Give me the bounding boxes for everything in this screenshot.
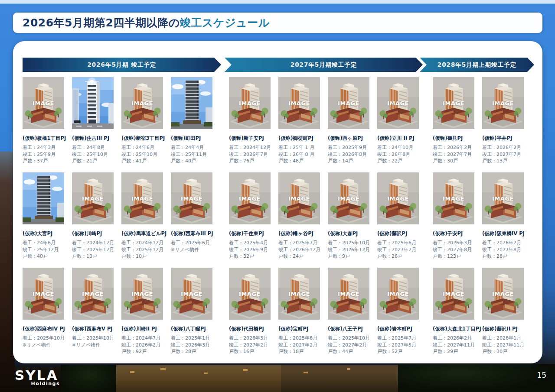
image-placeholder-label: IMAGE [377, 291, 419, 297]
project-name: (仮称)岩本町PJ [377, 326, 419, 332]
background-trees-right [398, 364, 555, 392]
image-placeholder-label: IMAGE [72, 195, 114, 202]
project-detail-line: 竣工：2026年12月 [328, 246, 369, 253]
project-detail-line: 戸数：10戸 [121, 253, 163, 260]
project-image: IMAGE [72, 172, 114, 224]
project-detail-line: 戸数：10戸 [72, 253, 114, 260]
project-image: IMAGE [278, 268, 320, 320]
project-detail-line: 戸数：13戸 [482, 158, 524, 165]
banner-fy2027: 2027年5月期竣工予定 [225, 58, 423, 72]
project-card: IMAGE (仮称)平井PJ 着工：2026年2月竣工：2027年7月戸数：13… [482, 77, 524, 172]
project-detail-line: 着工：25年 1 月 [278, 144, 320, 151]
project-detail-line: 戸数：18戸 [278, 348, 320, 355]
project-card: IMAGE (仮称)大森北1丁目PJ 着工：2026年2月竣工：2027年11月… [433, 268, 474, 363]
project-card: IMAGE (仮称)馬車道ビルPJ 着工：2024年12月竣工：2025年12月… [121, 172, 163, 268]
image-placeholder-label: IMAGE [121, 291, 163, 297]
project-details: 着工：2026年2月竣工：2027年7月戸数：30戸 [433, 144, 474, 165]
window-glow [160, 368, 166, 370]
project-card: IMAGE (仮称)立川 II PJ 着工：24年10月竣工：26年8月戸数：2… [377, 77, 419, 172]
image-placeholder-label: IMAGE [229, 195, 271, 202]
project-detail-line: 着工：24年10月 [377, 144, 419, 151]
project-details: 着工：2026年3月竣工：2027年8月戸数：123戸 [433, 240, 474, 260]
project-name: (仮称)宝町PJ [278, 326, 320, 332]
project-card: IMAGE (仮称)御徒町PJ 着工：25年 1 月竣工：26年 8 月戸数：4… [278, 77, 320, 172]
project-detail-line: 着工：2026年2月 [433, 335, 474, 342]
image-placeholder-label: IMAGE [377, 195, 419, 202]
project-detail-line: 戸数：32戸 [229, 253, 271, 260]
project-grid-fy2028: IMAGE (仮称)鶴見PJ 着工：2026年2月竣工：2027年7月戸数：30… [433, 77, 534, 363]
project-details: 着工：24年8月竣工：25年10月戸数：21戸 [72, 144, 114, 165]
project-details: 着工：2025年4月竣工：2026年9月戸数：32戸 [229, 240, 271, 260]
project-detail-line: 竣工：25年10月 [121, 151, 163, 158]
project-detail-line: 竣工：2027年7月 [482, 151, 524, 158]
project-detail-line: 竣工：2026年8月 [328, 151, 369, 158]
project-detail-line: 竣工：2027年7月 [433, 151, 474, 158]
project-image: IMAGE [229, 77, 271, 129]
image-placeholder-label: IMAGE [171, 291, 212, 297]
schedule-panel: 2026年5月期 竣工予定 IMAGE [13, 41, 542, 363]
project-card: IMAGE (仮称)八丁畷PJ 着工：2025年1月竣工：2026年3月戸数：2… [171, 268, 212, 363]
project-name: (仮称)藤沢II PJ [482, 326, 524, 332]
slide: 2026年5月期第2四半期以降の 竣工スケジュール 2026年5月期 竣工予定 [0, 0, 555, 392]
project-detail-line: 着工：2025年7月 [377, 335, 419, 342]
slide-title-prefix: 2026年5月期第2四半期以降の [23, 16, 180, 30]
image-placeholder-label: IMAGE [482, 100, 524, 107]
project-details: 着工：24年6月竣工：25年10月戸数：41戸 [121, 144, 163, 165]
project-detail-line: 着工：2025年9月 [328, 144, 369, 151]
project-image: IMAGE [278, 77, 320, 129]
window-glow [204, 373, 208, 374]
project-name: (仮称)子安PJ [433, 230, 474, 237]
building-photo-illustration [72, 77, 114, 129]
image-placeholder-label: IMAGE [278, 100, 320, 107]
project-details: 着工：2025年6月※リノベ物件 [171, 240, 212, 253]
project-grid-fy2027: IMAGE (仮称)新子安PJ 着工：2024年12月竣工：2026年7月戸数：… [229, 77, 415, 363]
banner-label: 2027年5月期竣工予定 [291, 61, 357, 69]
project-image: IMAGE [121, 77, 163, 129]
project-detail-line: 竣工：2027年2月 [377, 246, 419, 253]
project-image: IMAGE [433, 172, 474, 224]
project-image: IMAGE [171, 172, 212, 224]
project-card: (仮称)住吉III PJ 着工：24年8月竣工：25年10月戸数：21戸 [72, 77, 114, 172]
company-logo: SYLA Holdings [15, 368, 60, 386]
project-card: IMAGE (仮称)藤沢II PJ 着工：2026年1月竣工：2027年11月戸… [482, 268, 524, 363]
project-detail-line: 着工：2024年12月 [229, 144, 271, 151]
project-grid-fy2026: IMAGE (仮称)板橋1丁目PJ 着工：24年3月竣工：25年9月戸数：37戸 [23, 77, 213, 363]
project-details: 着工：2024年7月竣工：2026年2月戸数：92戸 [121, 335, 163, 355]
project-image: IMAGE [23, 268, 64, 320]
project-card: IMAGE (仮称)八王子PJ 着工：2025年10月竣工：2027年2月戸数：… [328, 268, 369, 363]
project-detail-line: 竣工：25年12月 [23, 246, 64, 253]
image-placeholder-label: IMAGE [278, 195, 320, 202]
project-image: IMAGE [121, 172, 163, 224]
project-detail-line: 戸数：29戸 [433, 348, 474, 355]
project-details: 着工：2025年10月竣工：2026年12月戸数：9戸 [328, 240, 369, 260]
project-details: 着工：2026年1月竣工：2027年11月戸数：30戸 [482, 335, 524, 355]
project-image: IMAGE [433, 77, 474, 129]
window-glow [243, 369, 248, 371]
page-number: 15 [537, 371, 546, 379]
project-image: IMAGE [377, 268, 419, 320]
project-detail-line: 竣工：2026年7月 [229, 151, 271, 158]
project-detail-line: 竣工：2027年11月 [433, 342, 474, 349]
schedule-group-fy2026: 2026年5月期 竣工予定 IMAGE [23, 58, 213, 363]
project-name: (仮称)板橋1丁目PJ [23, 135, 64, 142]
project-name: (仮称)八王子PJ [328, 326, 369, 332]
project-detail-line: 戸数：40戸 [171, 158, 212, 165]
project-card: IMAGE (仮称)川崎II PJ 着工：2024年7月竣工：2026年2月戸数… [121, 268, 163, 363]
project-detail-line: 戸数：9戸 [328, 253, 369, 260]
window-glow [130, 371, 134, 373]
project-image [171, 77, 212, 129]
project-detail-line: 戸数：41戸 [121, 158, 163, 165]
slide-title-bar: 2026年5月期第2四半期以降の 竣工スケジュール [13, 13, 542, 33]
project-image: IMAGE [229, 268, 271, 320]
image-placeholder-label: IMAGE [23, 291, 64, 297]
project-detail-line: 戸数：52戸 [377, 348, 419, 355]
project-details: 着工：2025年1月竣工：2026年3月戸数：28戸 [171, 335, 212, 355]
project-detail-line: 竣工：2027年2月 [328, 342, 369, 349]
project-image: IMAGE [229, 172, 271, 224]
project-detail-line: 着工：24年8月 [72, 144, 114, 151]
project-detail-line: 竣工：2027年5月 [377, 342, 419, 349]
project-card: IMAGE (仮称)板橋1丁目PJ 着工：24年3月竣工：25年9月戸数：37戸 [23, 77, 64, 172]
project-image: IMAGE [377, 172, 419, 224]
project-detail-line: 竣工：26年8月 [377, 151, 419, 158]
project-image: IMAGE [377, 77, 419, 129]
